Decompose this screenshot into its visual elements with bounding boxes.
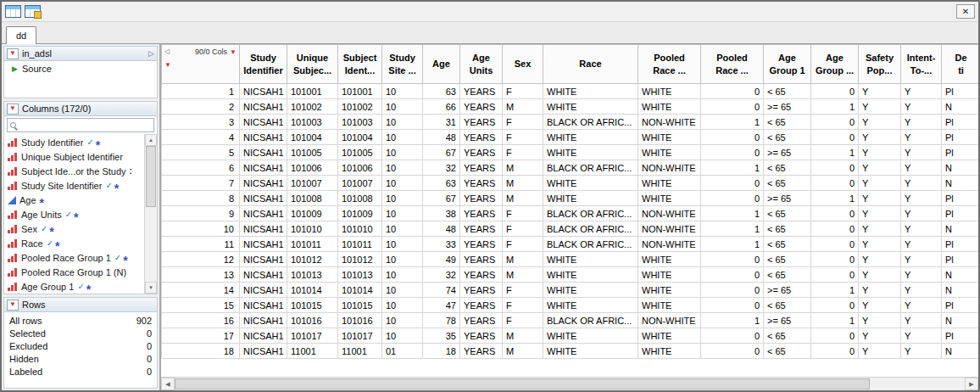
cell[interactable]: N: [942, 283, 979, 298]
cell[interactable]: 101003: [338, 115, 382, 130]
cell[interactable]: Pl: [942, 84, 979, 99]
cell[interactable]: M: [503, 344, 543, 359]
cell[interactable]: 0: [811, 237, 859, 252]
cell[interactable]: BLACK OR AFRIC...: [543, 206, 638, 221]
cell[interactable]: WHITE: [543, 99, 638, 115]
cell[interactable]: 101005: [338, 145, 382, 160]
column-list-item[interactable]: Age Group 1✓*: [4, 279, 144, 294]
cell[interactable]: Pl: [942, 145, 979, 160]
cell[interactable]: YEARS: [460, 206, 503, 221]
cell[interactable]: 10: [382, 130, 423, 145]
cell[interactable]: 10: [382, 176, 423, 191]
cell[interactable]: F: [503, 145, 543, 160]
cell[interactable]: 101004: [287, 130, 338, 145]
cell[interactable]: Y: [901, 237, 942, 252]
cell[interactable]: NICSAH1: [240, 130, 287, 145]
search-input[interactable]: [19, 119, 151, 132]
cell[interactable]: Y: [859, 328, 901, 344]
cell[interactable]: WHITE: [638, 344, 701, 359]
column-header[interactable]: AgeGroup ...: [811, 45, 859, 84]
cell[interactable]: M: [503, 267, 543, 283]
cell[interactable]: WHITE: [638, 99, 701, 115]
chevron-right-icon[interactable]: ▷: [148, 49, 154, 58]
cell[interactable]: NICSAH1: [240, 283, 287, 298]
row-number[interactable]: 9: [162, 206, 240, 221]
column-list-item[interactable]: Study Site Identifier✓*: [4, 178, 144, 193]
tab-dd[interactable]: dd: [6, 26, 36, 44]
cell[interactable]: 10: [382, 237, 423, 252]
cell[interactable]: 0: [701, 328, 764, 344]
cell[interactable]: Y: [859, 176, 901, 191]
cell[interactable]: NICSAH1: [240, 344, 287, 359]
cell[interactable]: < 65: [764, 221, 811, 237]
row-number[interactable]: 10: [162, 221, 240, 237]
cell[interactable]: Pl: [942, 130, 979, 145]
column-header[interactable]: StudySite ...: [382, 45, 423, 84]
cell[interactable]: M: [503, 191, 543, 206]
cell[interactable]: YEARS: [460, 267, 503, 283]
cell[interactable]: 10: [382, 84, 423, 99]
cell[interactable]: 1: [811, 99, 859, 115]
column-header[interactable]: Sex: [503, 45, 543, 84]
cell[interactable]: 47: [423, 298, 460, 313]
cell[interactable]: >= 65: [764, 191, 811, 206]
cell[interactable]: 38: [423, 206, 460, 221]
cell[interactable]: YEARS: [460, 191, 503, 206]
cell[interactable]: M: [503, 252, 543, 267]
cell[interactable]: 101008: [338, 191, 382, 206]
column-header[interactable]: PooledRace ...: [701, 45, 764, 84]
cell[interactable]: WHITE: [638, 191, 701, 206]
cell[interactable]: NICSAH1: [240, 252, 287, 267]
cell[interactable]: N: [942, 99, 979, 115]
column-list-item[interactable]: Pooled Race Group 1 (N): [4, 265, 144, 279]
cell[interactable]: 10: [382, 145, 423, 160]
cell[interactable]: 0: [701, 99, 764, 115]
row-number[interactable]: 2: [162, 99, 240, 115]
cell[interactable]: 1: [811, 191, 859, 206]
close-button[interactable]: ✕: [956, 4, 975, 19]
cell[interactable]: 101014: [338, 283, 382, 298]
cell[interactable]: >= 65: [764, 313, 811, 328]
cell[interactable]: YEARS: [460, 283, 503, 298]
cell[interactable]: BLACK OR AFRIC...: [543, 313, 638, 328]
cell[interactable]: 0: [811, 130, 859, 145]
row-number[interactable]: 11: [162, 237, 240, 252]
cell[interactable]: 31: [423, 115, 460, 130]
cell[interactable]: 0: [701, 84, 764, 99]
column-header[interactable]: AgeUnits: [460, 45, 503, 84]
cell[interactable]: 78: [423, 313, 460, 328]
cell[interactable]: Y: [901, 328, 942, 344]
cell[interactable]: NICSAH1: [240, 191, 287, 206]
row-number[interactable]: 17: [162, 328, 240, 344]
column-header[interactable]: Deti: [942, 45, 979, 84]
cell[interactable]: M: [503, 160, 543, 176]
cell[interactable]: M: [503, 176, 543, 191]
cell[interactable]: F: [503, 313, 543, 328]
scrollbar-track[interactable]: [175, 378, 965, 390]
cell[interactable]: WHITE: [638, 283, 701, 298]
cell[interactable]: WHITE: [543, 298, 638, 313]
cell[interactable]: 35: [423, 328, 460, 344]
data-table-icon[interactable]: [5, 5, 21, 18]
cell[interactable]: YEARS: [460, 313, 503, 328]
cell[interactable]: 101009: [287, 206, 338, 221]
cell[interactable]: Y: [901, 176, 942, 191]
cell[interactable]: NICSAH1: [240, 237, 287, 252]
scroll-down-button[interactable]: ▼: [145, 282, 157, 294]
cell[interactable]: < 65: [764, 115, 811, 130]
cell[interactable]: 0: [701, 145, 764, 160]
cell[interactable]: < 65: [764, 160, 811, 176]
row-number[interactable]: 4: [162, 130, 240, 145]
cell[interactable]: 0: [701, 283, 764, 298]
cell[interactable]: F: [503, 115, 543, 130]
cell[interactable]: 0: [701, 191, 764, 206]
cell[interactable]: 101004: [338, 130, 382, 145]
row-number[interactable]: 6: [162, 160, 240, 176]
cell[interactable]: NICSAH1: [240, 84, 287, 99]
cell[interactable]: N: [942, 344, 979, 359]
cell[interactable]: N: [942, 313, 979, 328]
cell[interactable]: WHITE: [543, 130, 638, 145]
cell[interactable]: NICSAH1: [240, 206, 287, 221]
columns-menu-icon[interactable]: ▼: [230, 49, 237, 56]
cell[interactable]: NON-WHITE: [638, 313, 701, 328]
